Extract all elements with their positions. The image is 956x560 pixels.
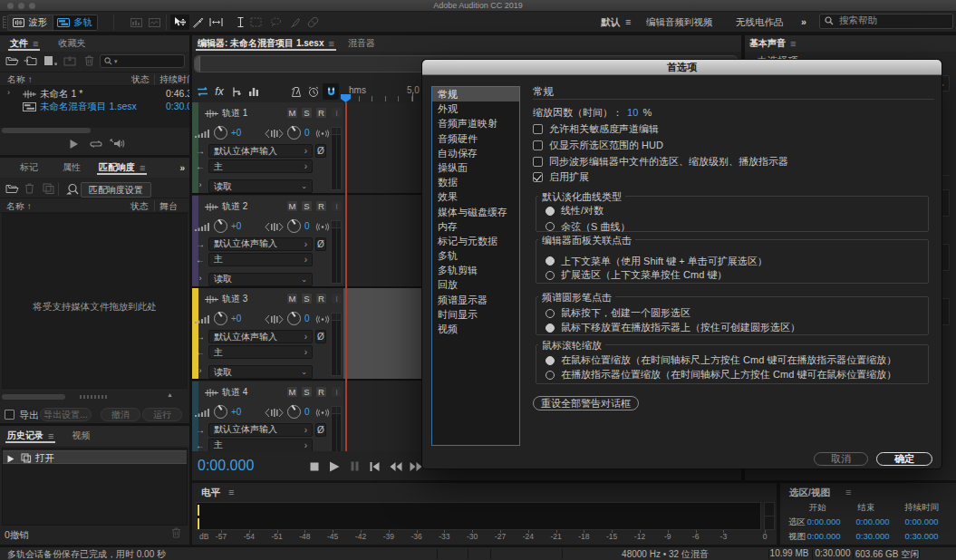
horizontal-scrollbar[interactable] [2,394,65,400]
expand-chevron-icon[interactable]: › [195,366,206,375]
ok-button[interactable]: 确定 [876,452,932,466]
mute-button[interactable]: M [286,107,298,119]
skip-to-start-button[interactable] [367,459,382,473]
remove-files-icon[interactable] [24,183,41,198]
workspace-overflow-icon[interactable]: » [801,16,806,27]
phase-invert-button[interactable]: Ø [315,330,326,343]
panel-menu-icon[interactable]: ≡ [845,487,851,497]
column-header-status[interactable]: 状态 [130,200,149,213]
phase-invert-button[interactable]: Ø [315,144,326,158]
auto-play-icon[interactable] [110,138,125,150]
arm-record-button[interactable]: R [315,293,327,304]
panel-menu-icon[interactable]: ≡ [228,487,234,497]
multitrack-view-button[interactable]: 多轨 [53,15,98,30]
preferences-category[interactable]: 常规 [432,87,519,101]
spectral-pitch-icon[interactable] [146,14,162,30]
track-input-select[interactable]: 默认立体声输入› [208,144,313,158]
metering-icon[interactable] [246,83,262,100]
panel-menu-icon[interactable]: ≡ [33,38,38,49]
workspace-radio-production[interactable]: 无线电作品 [736,16,784,29]
track-output-select[interactable]: 主› [208,439,313,452]
monitor-input-button[interactable]: I [331,107,343,119]
checkbox-icon[interactable] [533,172,543,182]
volume-knob[interactable] [214,126,227,140]
track-automation-select[interactable]: 读取⌄ [208,273,313,286]
pan-knob[interactable] [287,405,301,419]
column-header-name[interactable]: 名称 ↑ [7,73,33,86]
radio-icon[interactable] [546,271,555,280]
lasso-selection-icon[interactable] [267,14,284,30]
preferences-category[interactable]: 自动保存 [432,146,519,160]
track-input-select[interactable]: 默认立体声输入› [208,237,313,251]
solo-button[interactable]: S [301,200,313,212]
selection-time-value[interactable]: 0:00.000 [856,517,890,526]
tab-favorites[interactable]: 收藏夹 [54,35,89,52]
collapse-icon[interactable]: ▲ [167,391,173,398]
new-item-icon[interactable] [43,55,60,70]
expand-chevron-icon[interactable]: › [195,274,206,283]
preference-radio-row[interactable]: 上下文菜单（使用 Shift 键 + 单击可扩展选区） [546,255,768,267]
copy-settings-icon[interactable] [43,183,59,198]
volume-knob[interactable] [214,219,227,233]
add-files-icon[interactable] [5,183,22,198]
tab-properties[interactable]: 属性 [59,159,84,176]
trash-icon[interactable] [84,55,101,70]
track-input-select[interactable]: 默认立体声输入› [208,423,313,437]
phase-invert-button[interactable]: Ø [315,237,326,251]
tab-essential-sound[interactable]: 基本声音 ≡ [746,35,799,52]
preferences-category[interactable]: 多轨剪辑 [432,263,519,277]
file-list-item[interactable]: ›未命名 1 *0:46.3 [0,88,189,101]
column-header-stage[interactable]: 舞台 [159,200,178,213]
tab-match-loudness[interactable]: 匹配响度 ≡ [95,159,149,176]
tab-markers[interactable]: 标记 [16,159,42,176]
volume-value[interactable]: +0 [231,128,241,138]
reset-warnings-button[interactable]: 重设全部警告对话框 [533,396,639,410]
tab-files[interactable]: 文件 ≡ [6,35,42,52]
track-automation-select[interactable]: 读取⌄ [208,179,313,193]
preferences-category[interactable]: 多轨 [432,248,519,263]
play-button[interactable] [326,459,342,473]
slip-tool-icon[interactable] [208,14,224,30]
metronome-icon[interactable] [288,83,304,100]
files-search-input[interactable]: ▾ [100,54,185,68]
scan-loudness-icon[interactable] [65,183,82,198]
match-loudness-settings-button[interactable]: 匹配响度设置 [81,182,151,198]
snap-magnet-icon[interactable] [323,83,339,100]
export-checkbox[interactable] [5,410,14,420]
phase-invert-button[interactable]: Ø [315,423,326,437]
expand-chevron-icon[interactable]: › [195,180,206,189]
selection-time-value[interactable]: 0:00.000 [807,531,841,541]
mute-button[interactable]: M [286,200,298,212]
volume-value[interactable]: +0 [231,221,241,231]
track-output-select[interactable]: 主› [208,253,313,266]
preview-play-button[interactable] [69,139,79,150]
preferences-category[interactable]: 标记与元数据 [432,234,519,248]
move-tool-icon[interactable] [170,14,189,30]
preference-radio-row[interactable]: 鼠标下移放置在播放指示器上（按住可创建圆形选区） [546,322,800,334]
track-output-select[interactable]: 主› [208,345,313,359]
panel-menu-icon[interactable]: ≡ [48,430,53,441]
match-loudness-file-list[interactable]: 将受支持媒体文件拖放到此处 [2,213,188,389]
save-icon[interactable] [63,55,80,70]
preference-checkbox-row[interactable]: 允许相关敏感度声道编辑 [533,122,659,135]
solo-button[interactable]: S [301,386,313,398]
tab-history[interactable]: 历史记录 ≡ [4,428,57,444]
preferences-category[interactable]: 时间显示 [432,307,519,322]
checkbox-icon[interactable] [533,124,543,134]
volume-knob[interactable] [214,312,227,325]
preference-radio-row[interactable]: 在播放指示器位置缩放（在时间轴标尺上方按住 Cmd 键可在鼠标位置缩放） [546,369,896,381]
monitor-input-button[interactable]: I [331,386,343,398]
razor-tool-icon[interactable] [189,14,206,30]
monitor-input-button[interactable]: I [331,293,343,304]
export-settings-button[interactable]: 导出设置... [40,408,92,421]
volume-value[interactable]: +0 [231,314,241,323]
panel-menu-icon[interactable]: ≡ [328,38,333,49]
tab-video[interactable]: 视频 [68,428,93,444]
radio-icon[interactable] [546,356,555,365]
tab-mixer[interactable]: 混音器 [344,35,379,52]
pan-knob[interactable] [287,312,301,325]
preference-radio-row[interactable]: 线性/对数 [546,205,604,217]
pause-button[interactable] [347,459,362,473]
preference-checkbox-row[interactable]: 启用扩展 [533,170,589,183]
checkbox-icon[interactable] [533,140,543,150]
